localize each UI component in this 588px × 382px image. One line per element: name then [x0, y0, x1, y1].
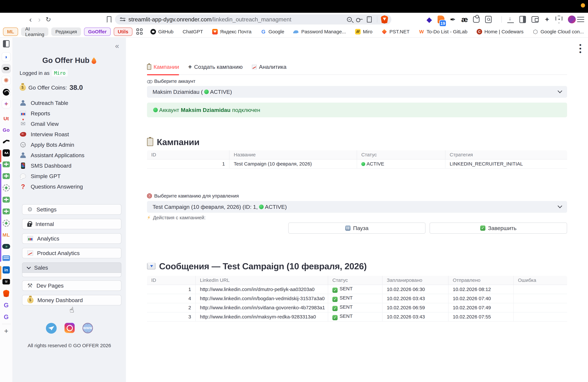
- rail-sheets-add-tab-icon[interactable]: [3, 184, 10, 191]
- product-analytics-button[interactable]: Product Analytics: [22, 248, 121, 258]
- rail-gemini-icon[interactable]: ✦: [2, 99, 11, 108]
- rail-swirl-app-icon[interactable]: [2, 87, 11, 97]
- bookmark-pst-net[interactable]: PST.NET: [381, 29, 409, 35]
- notification-extension-icon[interactable]: 19: [438, 16, 444, 23]
- dev-pages-button[interactable]: ⚒Dev Pages: [22, 280, 121, 291]
- analytics-button[interactable]: Analytics: [22, 233, 121, 244]
- tab-group-utils[interactable]: Utils: [114, 27, 132, 36]
- sidebar-item-sms-dashboard[interactable]: SMS Dashboard: [20, 160, 119, 171]
- bookmark-codewars[interactable]: CHome | Codewars: [477, 29, 524, 35]
- sidebar-item-interview-roast[interactable]: Interview Roast: [20, 129, 119, 140]
- pen-extension-icon[interactable]: ✒: [450, 16, 456, 23]
- leo-ai-sparkle-icon[interactable]: ✦: [544, 16, 550, 23]
- github-icon: [150, 29, 156, 35]
- sidebar-item-outreach-table[interactable]: Outreach Table: [20, 98, 119, 108]
- url-text[interactable]: streamlit-app-dygv.onrender.com/linkedin…: [128, 16, 343, 23]
- telegram-icon[interactable]: [46, 323, 57, 334]
- rail-g-tab-icon[interactable]: G: [4, 314, 9, 320]
- rail-g-tab-icon[interactable]: G: [4, 302, 9, 309]
- rail-claude-icon[interactable]: ✺: [2, 76, 11, 85]
- tab-campaigns[interactable]: Кампании: [147, 64, 179, 70]
- extensions-puzzle-icon[interactable]: [473, 16, 480, 23]
- rail-bird-tools-tab-icon[interactable]: ⚒: [2, 279, 10, 284]
- rail-brave-tab-icon[interactable]: [3, 290, 9, 297]
- rail-sheets-tab-icon[interactable]: [3, 209, 10, 214]
- rail-active-app-icon[interactable]: [2, 64, 11, 73]
- search-box-icon[interactable]: [485, 16, 492, 23]
- bookmark-yandex-mail[interactable]: Яндекс Почта: [212, 29, 252, 35]
- internal-button[interactable]: Internal: [22, 219, 121, 229]
- tab-group-gooffer[interactable]: GoOffer: [84, 27, 111, 36]
- rail-linkedin-tab-icon[interactable]: in: [3, 266, 10, 274]
- bookmark-password-manager[interactable]: Password Manage...: [293, 29, 346, 35]
- bar-chart-icon: [20, 111, 26, 116]
- sidebar-item-simple-gpt[interactable]: Simple GPT: [20, 171, 119, 181]
- share-icon[interactable]: [367, 16, 372, 22]
- rail-group-utils-label[interactable]: Ut: [3, 116, 9, 121]
- profile-avatar[interactable]: [568, 16, 576, 23]
- bookmark-google-cloud[interactable]: ⬡Google Cloud con...: [533, 29, 584, 35]
- gem-extension-icon[interactable]: ◆: [426, 15, 432, 24]
- rail-sheets-add-tab-icon[interactable]: [3, 220, 10, 227]
- sidebar-item-apply-bots-admin[interactable]: Apply Bots Admin: [20, 140, 119, 150]
- instagram-icon[interactable]: [64, 323, 75, 333]
- sidebar-item-questions-answering[interactable]: ?Questions Answering: [20, 181, 119, 192]
- rail-group-gooffer-label[interactable]: Go: [3, 127, 10, 133]
- rail-book-tab-icon[interactable]: [2, 255, 10, 261]
- website-globe-icon[interactable]: WWW: [83, 323, 93, 333]
- rail-windsurf-tab-icon[interactable]: [3, 149, 10, 156]
- address-bar[interactable]: streamlit-app-dygv.onrender.com/linkedin…: [115, 14, 391, 24]
- bookmark-github[interactable]: GitHub: [150, 29, 173, 35]
- back-button[interactable]: ‹: [26, 15, 35, 24]
- site-settings-icon[interactable]: [120, 17, 126, 22]
- rail-deepseek-icon[interactable]: ◗: [2, 52, 11, 62]
- sales-expander[interactable]: Sales: [22, 262, 121, 273]
- sidebar-item-gmail-view[interactable]: ✉Gmail View: [20, 119, 119, 129]
- bookmark-miro[interactable]: ///Miro: [355, 29, 372, 35]
- extension-badge: 19: [439, 20, 446, 27]
- bookmark-gitlab-todo[interactable]: WTo-Do List - GitLab: [419, 29, 467, 35]
- account-select[interactable]: Maksim Dziamidau (ACTIVE): [147, 86, 567, 98]
- tab-group-ml[interactable]: ML: [3, 27, 18, 36]
- bookmark-chatgpt[interactable]: ChatGPT: [183, 29, 203, 35]
- rail-swoosh-tab-icon[interactable]: [3, 140, 9, 143]
- rail-sheets-tab-icon[interactable]: [3, 161, 10, 167]
- campaign-select[interactable]: Test Campaign (10 февраля, 2026) (ID: 1,…: [147, 201, 567, 213]
- sidebar-toggle-icon[interactable]: [519, 16, 526, 23]
- sidebar-item-assistant-applications[interactable]: Assistant Applications: [20, 150, 119, 160]
- sidebar-collapse-button[interactable]: «: [115, 42, 119, 50]
- wallet-icon[interactable]: [531, 16, 539, 23]
- tab-analytics[interactable]: Аналитика: [252, 64, 287, 70]
- downloads-icon[interactable]: [507, 16, 514, 23]
- logged-in-status: Logged in asMiro: [20, 70, 68, 76]
- rail-arrows-tab-icon[interactable]: »: [2, 244, 10, 249]
- bookmark-ribbon-icon[interactable]: [107, 16, 111, 23]
- zoom-out-icon[interactable]: [347, 17, 352, 22]
- menu-hamburger-icon[interactable]: [577, 17, 584, 22]
- chevron-down-icon: [558, 204, 562, 208]
- tab-create-campaign[interactable]: +Создать кампанию: [188, 64, 243, 70]
- rail-sheets-tab-icon[interactable]: [3, 197, 10, 203]
- finish-button[interactable]: ✓Завершить: [430, 223, 567, 234]
- app-menu-kebab[interactable]: •••: [579, 43, 582, 54]
- cell-id: 4: [147, 294, 196, 303]
- tab-group-ai-learning[interactable]: AI Learning: [21, 27, 48, 36]
- ae-extension-icon[interactable]: æ: [461, 15, 467, 24]
- bookmark-google[interactable]: GGoogle: [261, 29, 284, 35]
- forward-button[interactable]: ›: [35, 15, 44, 24]
- rail-group-ml-label[interactable]: ML: [2, 232, 10, 238]
- money-dashboard-button[interactable]: Money Dashboard: [22, 295, 121, 305]
- password-key-icon[interactable]: [356, 18, 363, 21]
- apps-grid-icon[interactable]: [136, 28, 143, 35]
- col-planned: Запланировано: [382, 276, 448, 285]
- settings-button[interactable]: ⚙Settings: [22, 204, 121, 215]
- pause-button[interactable]: Пауза: [288, 223, 425, 234]
- sidebar-item-reports[interactable]: Reports: [20, 108, 119, 119]
- rail-new-tab-icon[interactable]: +: [4, 327, 8, 335]
- rail-panel-toggle-icon[interactable]: [3, 40, 9, 47]
- reload-button[interactable]: ↻: [44, 16, 53, 23]
- rail-sheets-tab-icon[interactable]: [3, 173, 10, 179]
- vpn-shield-icon[interactable]: [555, 16, 562, 23]
- brave-shield-icon[interactable]: [381, 15, 388, 23]
- tab-group-redakcia[interactable]: Редакция: [51, 27, 81, 36]
